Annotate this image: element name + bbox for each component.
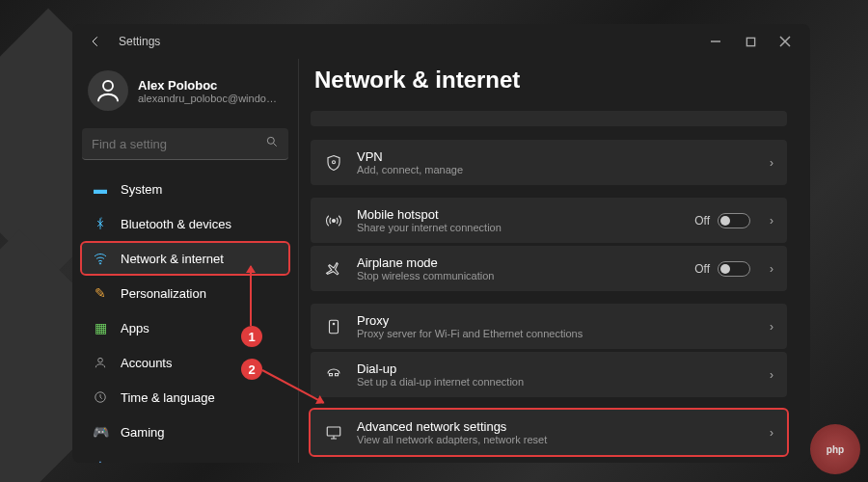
search-box[interactable] — [82, 128, 288, 160]
svg-point-4 — [98, 358, 103, 362]
sidebar-item-label: Time & language — [121, 390, 215, 405]
maximize-button[interactable] — [733, 28, 768, 55]
airplane-toggle[interactable] — [718, 261, 750, 277]
setting-hotspot[interactable]: Mobile hotspot Share your internet conne… — [311, 198, 787, 243]
sidebar-item-label: Personalization — [121, 286, 206, 301]
toggle-label: Off — [694, 262, 710, 276]
setting-title: VPN — [357, 149, 750, 164]
sidebar-item-label: Accounts — [121, 356, 172, 370]
svg-point-3 — [99, 263, 100, 264]
annotation-arrow-1 — [250, 266, 252, 326]
svg-rect-8 — [330, 320, 339, 334]
setting-sub: Share your internet connection — [357, 222, 681, 233]
setting-sub: Proxy server for Wi-Fi and Ethernet conn… — [357, 328, 750, 339]
page-title: Network & internet — [314, 67, 787, 94]
chevron-right-icon: › — [770, 156, 773, 170]
setting-proxy[interactable]: Proxy Proxy server for Wi-Fi and Etherne… — [311, 304, 787, 349]
proxy-icon — [324, 317, 343, 336]
svg-point-2 — [267, 137, 274, 144]
sidebar-item-personalization[interactable]: ✎ Personalization — [82, 278, 288, 308]
sidebar-item-system[interactable]: ▬ System — [82, 174, 288, 204]
watermark: php — [810, 424, 860, 474]
setting-airplane[interactable]: Airplane mode Stop wireless communicatio… — [311, 246, 787, 291]
settings-window: Settings Alex Poloboc alexandru_poloboc@… — [72, 24, 810, 463]
window-title: Settings — [119, 35, 698, 48]
sidebar-item-network[interactable]: Network & internet — [82, 243, 288, 274]
annotation-step-2: 2 — [241, 359, 262, 380]
profile-name: Alex Poloboc — [138, 78, 283, 93]
chevron-right-icon: › — [770, 262, 773, 276]
chevron-right-icon: › — [770, 214, 773, 228]
system-icon: ▬ — [92, 180, 109, 198]
setting-title: Dial-up — [357, 362, 750, 376]
sidebar-item-gaming[interactable]: 🎮 Gaming — [82, 416, 288, 447]
clock-icon — [92, 388, 109, 406]
minimize-button[interactable] — [698, 28, 733, 55]
chevron-right-icon: › — [770, 320, 773, 334]
profile-block[interactable]: Alex Poloboc alexandru_poloboc@windowsre… — [82, 63, 288, 124]
back-button[interactable] — [80, 26, 111, 57]
hero-strip — [311, 111, 787, 126]
sidebar-item-label: Apps — [121, 321, 149, 335]
svg-rect-0 — [746, 38, 754, 45]
gaming-icon: 🎮 — [92, 423, 109, 441]
toggle-label: Off — [694, 214, 710, 228]
brush-icon: ✎ — [92, 284, 109, 302]
svg-point-7 — [333, 219, 336, 222]
chevron-right-icon: › — [770, 426, 773, 440]
main-panel: Network & internet VPN Add, connect, man… — [298, 59, 810, 463]
vpn-icon — [324, 153, 343, 173]
hotspot-toggle[interactable] — [718, 213, 750, 228]
setting-sub: Stop wireless communication — [357, 270, 681, 281]
annotation-step-1: 1 — [241, 326, 262, 347]
dialup-icon — [324, 365, 343, 385]
setting-sub: Set up a dial-up internet connection — [357, 376, 750, 388]
accessibility-icon: ✲ — [92, 458, 109, 463]
accounts-icon — [92, 354, 109, 371]
close-button[interactable] — [768, 28, 802, 55]
sidebar: Alex Poloboc alexandru_poloboc@windowsre… — [72, 59, 298, 463]
hotspot-icon — [324, 211, 343, 230]
sidebar-item-label: Gaming — [121, 425, 165, 440]
sidebar-item-label: System — [121, 182, 162, 197]
search-icon — [265, 135, 279, 152]
setting-sub: Add, connect, manage — [357, 164, 750, 175]
sidebar-item-label: Bluetooth & devices — [121, 217, 231, 231]
setting-vpn[interactable]: VPN Add, connect, manage › — [311, 140, 787, 185]
monitor-icon — [324, 423, 343, 442]
profile-email: alexandru_poloboc@windowsreport... — [138, 93, 283, 104]
svg-point-6 — [333, 160, 336, 163]
svg-point-1 — [103, 81, 113, 91]
chevron-right-icon: › — [770, 368, 773, 382]
sidebar-item-time[interactable]: Time & language — [82, 382, 288, 413]
svg-rect-10 — [327, 427, 340, 436]
setting-title: Proxy — [357, 313, 750, 328]
setting-title: Airplane mode — [357, 255, 681, 270]
titlebar: Settings — [72, 24, 810, 59]
airplane-icon — [324, 259, 343, 279]
sidebar-item-label: Accessibility — [121, 460, 189, 464]
sidebar-item-accessibility[interactable]: ✲ Accessibility — [82, 451, 288, 463]
avatar — [88, 70, 128, 111]
wifi-icon — [92, 250, 109, 267]
search-input[interactable] — [92, 137, 265, 151]
sidebar-item-bluetooth[interactable]: Bluetooth & devices — [82, 208, 288, 239]
setting-title: Mobile hotspot — [357, 207, 681, 222]
svg-point-9 — [333, 323, 335, 325]
bluetooth-icon — [92, 215, 109, 232]
setting-dialup[interactable]: Dial-up Set up a dial-up internet connec… — [311, 352, 787, 397]
setting-sub: View all network adapters, network reset — [357, 434, 750, 445]
apps-icon: ▦ — [92, 319, 109, 336]
setting-title: Advanced network settings — [357, 419, 750, 434]
sidebar-item-label: Network & internet — [121, 252, 224, 266]
setting-advanced-network[interactable]: Advanced network settings View all netwo… — [311, 410, 787, 455]
